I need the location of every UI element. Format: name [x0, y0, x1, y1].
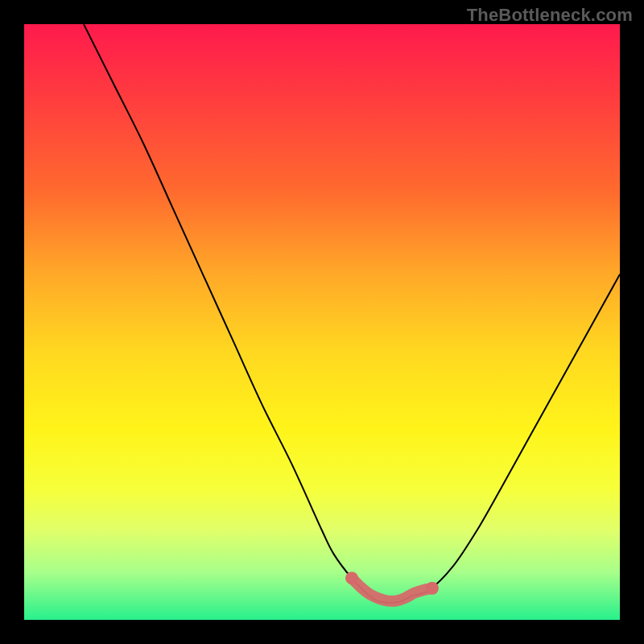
plot-area — [24, 24, 620, 620]
highlight-minimum — [352, 578, 432, 601]
bottleneck-curve — [84, 24, 620, 603]
chart-svg — [24, 24, 620, 620]
highlight-endpoint — [426, 582, 439, 595]
attribution-text: TheBottleneck.com — [467, 5, 633, 26]
chart-frame: TheBottleneck.com — [0, 0, 644, 644]
highlight-endpoint — [345, 572, 358, 584]
